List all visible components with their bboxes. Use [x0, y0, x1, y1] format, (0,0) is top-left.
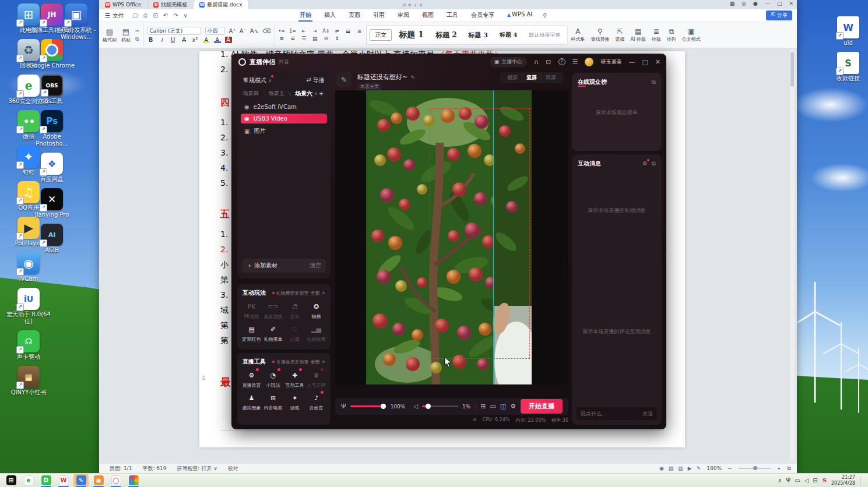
window-control-button[interactable]: □ — [777, 1, 782, 6]
play-grid-item[interactable]: ✐ 礼物菜单 — [262, 323, 284, 343]
ribbon-menu-item[interactable]: 视图 — [421, 10, 435, 22]
message-settings-icon[interactable]: ⚙ — [642, 160, 648, 167]
tool-grid-item[interactable]: ♟ 虚拟形象 — [241, 392, 262, 411]
anchor-center-button[interactable]: ▣ 主播中心 — [490, 57, 528, 67]
paragraph-tool-button[interactable]: ≣ — [289, 36, 296, 41]
view-mode-button[interactable]: ▥ — [678, 465, 683, 471]
play-grid-item[interactable]: ⊂⊃ 嘉宾连线 — [262, 301, 284, 320]
ribbon-tool-button[interactable]: ⧉ 排列 — [664, 27, 679, 43]
see-all-link[interactable]: 全部 > — [311, 290, 325, 297]
underline-button[interactable]: U — [170, 37, 177, 43]
paragraph-tool-button[interactable]: •≡ — [278, 29, 285, 34]
desktop-icon[interactable]: ✕ Jianying Pro — [27, 188, 77, 218]
stream-title[interactable]: 标题还没有想好~ — [357, 73, 407, 82]
ribbon-menu-item[interactable]: 开始 — [298, 10, 312, 22]
tool-grid-item[interactable]: ✚ 互动工具 — [284, 369, 305, 389]
add-scene-button[interactable]: ＋ — [318, 89, 325, 98]
view-mode-button[interactable]: ✎ — [697, 465, 701, 471]
file-menu[interactable]: ☰ 文件 — [105, 12, 124, 20]
font-color-button[interactable]: A — [214, 37, 221, 43]
status-item[interactable]: 校对 — [228, 465, 238, 472]
paragraph-tool-button[interactable]: ⇄ — [333, 29, 340, 34]
minimize-button[interactable]: — — [628, 58, 635, 66]
see-all-link[interactable]: 全部 > — [311, 359, 325, 365]
cut-icon[interactable]: ✂ — [135, 28, 140, 34]
settings-icon[interactable]: ⚙ — [510, 403, 516, 410]
scene-tab[interactable]: 场景六 — [284, 90, 312, 98]
status-item[interactable]: 页面: 1/1 — [110, 465, 132, 472]
ribbon-tool-button[interactable]: A 样式集 — [568, 27, 588, 43]
window-control-button[interactable]: ◎ — [742, 1, 746, 6]
font-tool-button[interactable]: A⁺ — [229, 28, 236, 34]
mode-select[interactable]: 常规模式 — [243, 76, 266, 84]
paragraph-tool-button[interactable]: ⇤ — [300, 29, 307, 34]
style-chip[interactable]: 标题 2 — [431, 29, 462, 41]
paragraph-tool-button[interactable]: ▤ — [311, 36, 318, 41]
strikethrough-button[interactable]: A̶ — [181, 37, 188, 43]
comment-input[interactable] — [581, 411, 642, 417]
status-item[interactable]: 拼写检查: 打开 ∨ — [177, 465, 217, 472]
ribbon-menu-item[interactable]: 会员专享 — [470, 10, 496, 22]
popup-icon[interactable]: ⧉ — [652, 79, 656, 86]
maximize-button[interactable]: □ — [642, 58, 648, 66]
edit-title-button[interactable]: ✎ — [336, 72, 352, 87]
input-method-icon[interactable]: S — [823, 477, 827, 484]
popup-icon[interactable]: ⧉ — [652, 160, 656, 167]
tool-grid-item[interactable]: ⚙ 直播设置 — [241, 369, 262, 389]
paragraph-tool-button[interactable]: ⇕ — [333, 36, 340, 41]
ribbon-menu-item[interactable]: 插入 — [323, 10, 337, 22]
scene-tab[interactable]: 场景五 — [259, 90, 284, 97]
source-row[interactable]: ▣ 图片 — [241, 125, 327, 137]
ribbon-menu-item[interactable]: 引用 — [372, 10, 386, 22]
format-painter-button[interactable]: ▨格式刷 — [103, 27, 117, 43]
ribbon-tool-button[interactable]: ⚲ 查找替换 — [588, 27, 612, 43]
share-button[interactable]: ⇱分享 — [766, 10, 792, 20]
paragraph-tool-button[interactable]: ⊜ — [322, 36, 329, 41]
play-grid-item[interactable]: ▂▅ 礼物投票 — [305, 323, 327, 343]
window-control-button[interactable]: ✕ — [789, 1, 793, 6]
preview-canvas[interactable] — [335, 90, 568, 384]
play-grid-item[interactable]: ♡ 心愿 — [284, 323, 305, 343]
tab-extra-buttons[interactable]: ⊙ ∗ ＋ ∨ — [402, 2, 423, 8]
avatar[interactable] — [585, 58, 593, 66]
scrollbar-thumb[interactable] — [790, 52, 794, 87]
speaker-icon[interactable]: ◁ — [413, 403, 417, 410]
ribbon-menu-item[interactable]: 审阅 — [396, 10, 410, 22]
quick-access-button[interactable]: ▢ — [132, 12, 138, 19]
tool-grid-item[interactable]: ⊞ 抖音电商 — [262, 392, 284, 411]
view-mode-button[interactable]: ▶ — [688, 465, 692, 471]
zoom-slider[interactable] — [738, 468, 771, 469]
style-chip[interactable]: 标题 4 — [495, 30, 522, 40]
source-selection-rect[interactable] — [430, 108, 530, 359]
window-control-button[interactable]: — — [765, 1, 770, 6]
paste-button[interactable]: ▤粘贴 — [121, 27, 131, 43]
desktop-icon[interactable]: Ps Adobe Photosho... — [27, 110, 77, 147]
help-icon[interactable]: ? — [558, 58, 565, 65]
play-grid-item[interactable]: ✪ 福袋 — [305, 301, 327, 320]
status-item[interactable]: 字数: 619 — [142, 465, 166, 472]
bold-button[interactable]: B — [147, 37, 154, 43]
ribbon-tool-button[interactable]: ⇱ 选择 — [612, 27, 627, 43]
italic-button[interactable]: I — [159, 37, 166, 43]
zoom-out-button[interactable]: − — [728, 465, 732, 471]
window-control-button[interactable]: ▦ — [730, 1, 735, 6]
ribbon-tool-button[interactable]: ▣ 公文模式 — [679, 27, 704, 43]
notification-center-icon[interactable] — [860, 477, 866, 485]
tool-grid-item[interactable]: ♛ 人气王牌 — [305, 369, 327, 389]
desktop-icon[interactable]: W uid — [823, 16, 868, 47]
taskbar-app-button[interactable]: W — [56, 474, 71, 487]
desktop-icon[interactable]: AI AIZB — [27, 224, 77, 254]
taskbar-app-button[interactable]: D — [38, 474, 54, 487]
paragraph-tool-button[interactable]: ⇥ — [311, 29, 318, 34]
wps-document-tab[interactable]: W WPS Office — [99, 0, 147, 9]
play-grid-item[interactable]: PK PK连线 — [241, 301, 262, 320]
quick-access-button[interactable]: ⊡ — [153, 12, 157, 19]
mic-volume-slider[interactable] — [350, 405, 386, 407]
paragraph-tool-button[interactable]: 1≡ — [289, 29, 296, 34]
ribbon-menu-item[interactable]: WPS AI — [506, 10, 533, 22]
share-screen-icon[interactable]: ⊞ — [480, 403, 486, 410]
magnifier-icon[interactable]: ⊖ — [473, 417, 477, 424]
font-size-select[interactable]: 小四 — [205, 27, 225, 35]
paragraph-drag-handle[interactable]: ⠿ — [202, 375, 205, 382]
char-shading-button[interactable]: A — [225, 37, 232, 43]
